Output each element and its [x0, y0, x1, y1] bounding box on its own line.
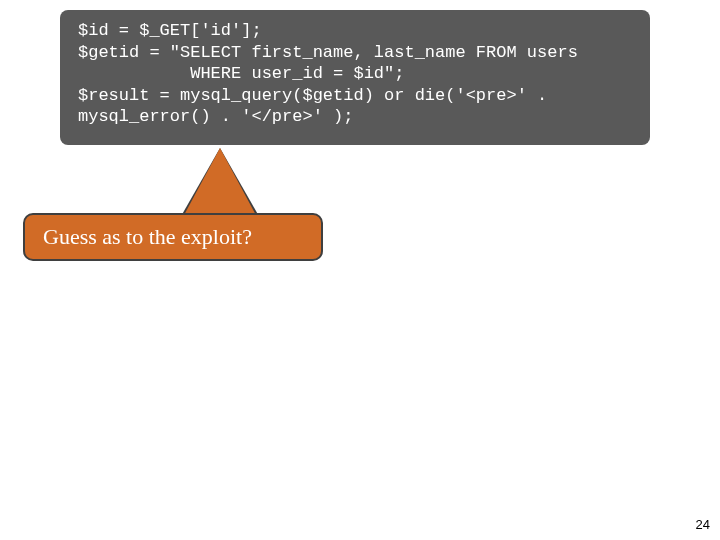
callout-box: Guess as to the exploit? [23, 213, 323, 261]
code-box: $id = $_GET['id']; $getid = "SELECT firs… [60, 10, 650, 145]
callout-pointer-fill [183, 148, 257, 217]
page-number: 24 [696, 517, 710, 532]
code-snippet: $id = $_GET['id']; $getid = "SELECT firs… [78, 20, 632, 128]
callout-text: Guess as to the exploit? [43, 224, 252, 250]
